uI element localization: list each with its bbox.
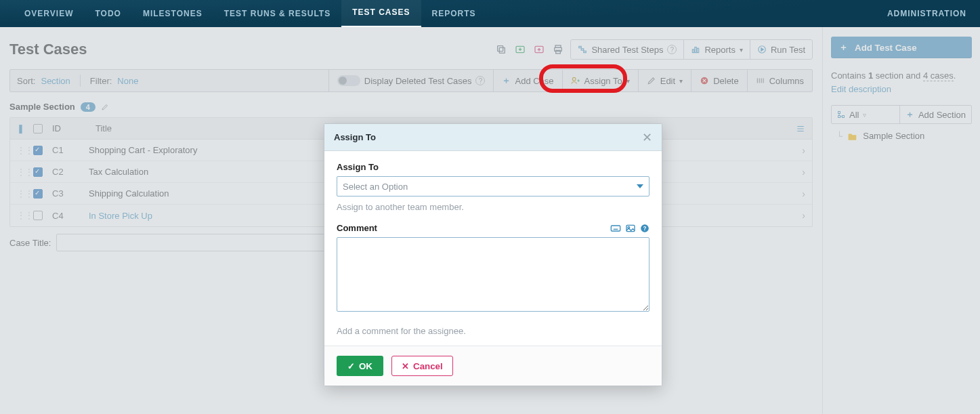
edit-label: Edit [660,76,675,86]
nav-admin[interactable]: ADMINISTRATION [887,9,966,18]
add-case-button[interactable]: ＋ Add Case [494,70,562,91]
help-icon[interactable]: ? [475,76,485,85]
section-header: Sample Section 4 [9,102,813,112]
shared-steps-label: Shared Test Steps [591,45,663,55]
case-title-input[interactable] [56,234,327,251]
row-id: C1 [52,145,79,155]
nav-reports[interactable]: REPORTS [421,0,487,27]
chevron-down-icon [637,184,643,188]
image-icon[interactable] [625,224,636,233]
help-icon[interactable]: ? [667,45,677,54]
row-checkbox[interactable] [33,211,43,220]
select-placeholder: Select an Option [343,182,408,192]
row-checkbox[interactable] [33,146,43,155]
close-icon: ✕ [402,361,409,371]
row-checkbox[interactable] [33,167,43,177]
close-icon[interactable]: ✕ [642,130,652,145]
copy-icon[interactable] [494,43,508,56]
chevron-down-icon: ▾ [679,77,683,85]
keyboard-icon[interactable] [610,224,621,233]
svg-rect-11 [695,47,696,53]
assign-to-text: Assign To [337,162,379,172]
add-section-label: Add Section [918,110,966,120]
contains-suffix: . [954,70,956,81]
chevron-right-icon[interactable]: › [802,167,805,178]
columns-label: Columns [769,76,804,86]
add-test-case-button[interactable]: ＋ Add Test Case [831,37,972,58]
separator [80,75,81,87]
columns-button[interactable]: Columns [748,70,812,91]
svg-rect-25 [843,116,845,118]
hierarchy-icon [837,110,845,119]
assign-to-button[interactable]: Assign To ▾ [563,70,639,91]
nav-overview[interactable]: OVERVIEW [14,0,84,27]
tree-all-button[interactable]: All ▿ [832,106,899,123]
svg-text:?: ? [643,225,647,231]
print-icon[interactable] [551,43,565,56]
chevron-right-icon[interactable]: › [802,210,805,221]
import-icon[interactable] [513,43,527,56]
toggle-icon[interactable] [337,75,360,86]
ok-button[interactable]: ✓ OK [337,356,383,376]
tree-all-label: All [849,110,859,120]
modal-footer: ✓ OK ✕ Cancel [324,346,662,386]
contains-summary: Contains 1 section and 4 cases. Edit des… [831,69,972,96]
col-title: Title [95,123,112,133]
top-nav: OVERVIEW TODO MILESTONES TEST RUNS & RES… [0,0,980,27]
filter-value[interactable]: None [117,76,138,86]
layout-icon[interactable] [796,124,805,133]
nav-test-runs[interactable]: TEST RUNS & RESULTS [213,0,341,27]
export-icon[interactable] [532,43,546,56]
row-id: C4 [52,211,79,221]
assign-to-label: Assign To [584,76,622,86]
assign-to-label: Assign To [337,162,649,172]
select-all-checkbox[interactable] [33,124,43,133]
delete-button[interactable]: Delete [691,70,748,91]
nav-test-cases[interactable]: TEST CASES [341,0,421,27]
edit-description-link[interactable]: Edit description [831,84,891,94]
pencil-icon [647,76,656,85]
svg-rect-10 [693,49,694,53]
comment-help-text: Add a comment for the assignee. [337,326,649,336]
assign-to-modal: Assign To ✕ Assign To Select an Option A… [324,123,662,386]
sort-value[interactable]: Section [41,76,70,86]
contains-mid: section and [873,70,923,81]
row-id: C2 [52,167,79,177]
assign-to-select[interactable]: Select an Option [337,176,649,196]
ok-label: OK [359,361,372,371]
nav-milestones[interactable]: MILESTONES [132,0,213,27]
svg-rect-24 [838,116,840,118]
toolbar-row: Sort: Section Filter: None Display Delet… [9,69,813,92]
cancel-button[interactable]: ✕ Cancel [391,356,453,376]
modal-title: Assign To [334,132,376,142]
display-deleted-cell[interactable]: Display Deleted Test Cases ? [329,70,494,91]
check-icon: ✓ [347,361,355,371]
cancel-label: Cancel [413,361,443,371]
comment-label-text: Comment [337,223,377,233]
tree-item-sample-section[interactable]: └ Sample Section [831,128,972,144]
edit-section-icon[interactable] [101,103,109,111]
drag-handle-icon[interactable]: ⋮⋮ [17,167,24,177]
drag-handle-icon[interactable]: ⋮⋮ [17,189,24,199]
chevron-down-icon: ▿ [863,111,866,119]
chevron-down-icon: ▾ [740,46,743,54]
run-test-button[interactable]: Run Test [750,40,812,59]
help-icon[interactable]: ? [640,224,649,233]
chevron-right-icon[interactable]: › [802,188,805,199]
reports-button[interactable]: Reports ▾ [683,40,750,59]
chevron-right-icon[interactable]: › [802,145,805,156]
drag-handle-icon[interactable]: ⋮⋮ [17,146,24,155]
header-seg-group: Shared Test Steps ? Reports ▾ Run Test [570,39,813,60]
comment-textarea[interactable] [337,237,649,312]
row-id: C3 [52,188,79,199]
row-checkbox[interactable] [33,189,43,199]
edit-button[interactable]: Edit ▾ [639,70,691,91]
svg-rect-8 [582,49,584,50]
nav-todo[interactable]: TODO [84,0,131,27]
display-deleted-label: Display Deleted Test Cases [364,76,472,86]
shared-test-steps-button[interactable]: Shared Test Steps ? [571,40,683,59]
assign-help-text: Assign to another team member. [337,202,649,212]
drag-handle-icon[interactable]: ⋮⋮ [17,211,24,220]
add-section-button[interactable]: ＋ Add Section [899,106,971,123]
delete-icon [700,76,709,85]
